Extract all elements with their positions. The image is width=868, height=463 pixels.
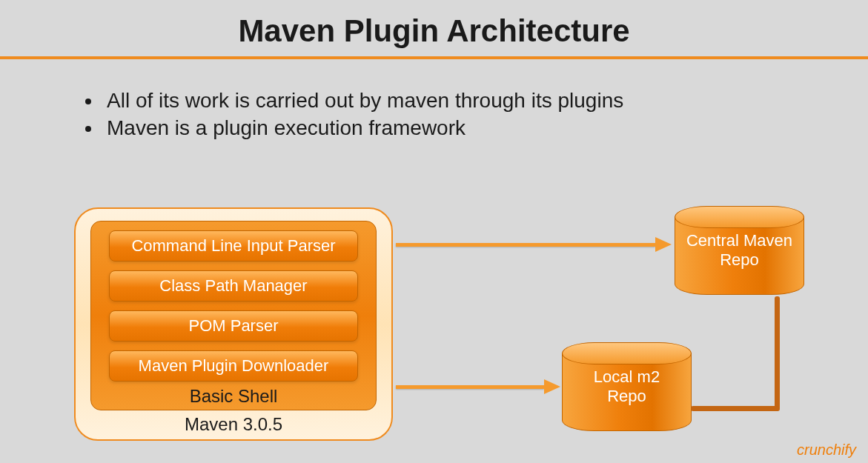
slide-title: Maven Plugin Architecture — [0, 0, 868, 56]
central-repo-line1: Central Maven — [686, 231, 792, 250]
repo-connector-vertical — [775, 296, 780, 411]
bullet-item: Maven is a plugin execution framework — [102, 115, 868, 141]
component-classpath-manager: Class Path Manager — [109, 270, 358, 302]
watermark-text: crunchify — [797, 442, 856, 459]
local-repo-cylinder: Local m2 Repo — [562, 342, 692, 431]
component-stack: Command Line Input Parser Class Path Man… — [109, 230, 358, 390]
cylinder-lid-icon — [562, 342, 692, 364]
local-repo-label: Local m2 Repo — [562, 367, 692, 407]
basic-shell-label: Basic Shell — [91, 386, 376, 407]
repo-connector-horizontal — [691, 406, 778, 411]
component-cli-parser: Command Line Input Parser — [109, 230, 358, 262]
cylinder-lid-icon — [675, 206, 804, 228]
arrow-to-central-line — [396, 243, 655, 247]
component-pom-parser: POM Parser — [109, 310, 358, 342]
slide: Maven Plugin Architecture All of its wor… — [0, 0, 868, 463]
central-repo-line2: Repo — [720, 250, 759, 269]
arrow-to-central-head-icon — [655, 237, 672, 252]
local-repo-line1: Local m2 — [594, 367, 660, 386]
component-plugin-downloader: Maven Plugin Downloader — [109, 350, 358, 382]
arrow-to-local-line — [396, 385, 544, 389]
maven-version-label: Maven 3.0.5 — [76, 414, 391, 435]
basic-shell-box: Command Line Input Parser Class Path Man… — [90, 221, 377, 410]
local-repo-line2: Repo — [607, 387, 646, 405]
bullet-item: All of its work is carried out by maven … — [102, 87, 868, 113]
arrow-to-local-head-icon — [544, 379, 560, 394]
title-divider — [0, 56, 868, 59]
central-repo-label: Central Maven Repo — [675, 231, 804, 270]
central-repo-cylinder: Central Maven Repo — [675, 206, 804, 295]
maven-container: Command Line Input Parser Class Path Man… — [74, 207, 393, 441]
bullet-list: All of its work is carried out by maven … — [82, 87, 868, 141]
